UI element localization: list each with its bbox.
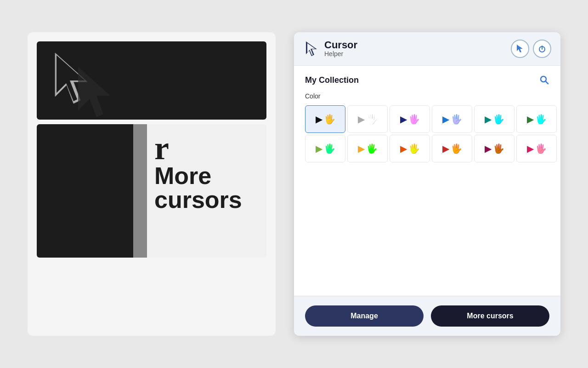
section-header: My Collection — [305, 75, 549, 85]
cursor-cell-crimson[interactable]: ▶ 🖐 — [474, 135, 514, 162]
cursor-mode-icon — [515, 44, 525, 53]
white-bottom-area: r More cursors — [147, 124, 266, 258]
hand-teal: 🖐 — [493, 115, 504, 124]
arrow-navy: ▶ — [400, 115, 407, 124]
power-icon — [537, 44, 547, 53]
arrow-pink: ▶ — [527, 144, 534, 153]
left-preview-panel: r More cursors — [28, 32, 276, 336]
more-cursors-button[interactable]: More cursors — [431, 305, 549, 327]
arrow-teal: ▶ — [485, 115, 492, 124]
preview-cursor-text: More cursors — [154, 164, 259, 212]
logo-text: Cursor Helper — [324, 40, 357, 58]
cursor-cell-blue[interactable]: ▶ 🖐 — [432, 105, 472, 133]
cursor-preview-dark-top — [37, 41, 266, 120]
cursor-cell-green[interactable]: ▶ 🖐 — [516, 105, 557, 133]
cursor-cell-pink[interactable]: ▶ 🖐 — [516, 135, 557, 162]
cursor-pair-navy: ▶ 🖐 — [400, 115, 420, 124]
color-label: Color — [305, 92, 549, 100]
cursor-pair-red: ▶ 🖐 — [442, 144, 462, 153]
hand-pink: 🖐 — [535, 144, 547, 153]
hand-blue: 🖐 — [451, 115, 462, 124]
preview-letter-r: r — [154, 132, 259, 165]
footer: Manage More cursors — [294, 296, 560, 336]
arrow-blue: ▶ — [442, 115, 449, 124]
cursor-cell-teal[interactable]: ▶ 🖐 — [474, 105, 514, 133]
hand-crimson: 🖐 — [493, 144, 504, 153]
cursor-cell-orange[interactable]: ▶ 🖐 — [390, 135, 430, 162]
main-content: My Collection Color ▶ 🖐 — [294, 66, 560, 296]
cursor-pair-orange: ▶ 🖐 — [400, 144, 420, 153]
arrow-orange: ▶ — [400, 144, 407, 153]
hand-navy: 🖐 — [408, 115, 420, 124]
cursor-pair-lime: ▶ 🖐 — [316, 144, 335, 153]
gray-strip — [133, 124, 147, 258]
app-title-helper: Helper — [324, 51, 357, 58]
hand-yellow: 🖐 — [366, 144, 378, 153]
cursor-pair-blue: ▶ 🖐 — [442, 115, 462, 124]
cursor-pair-teal: ▶ 🖐 — [485, 115, 504, 124]
hand-orange: 🖐 — [408, 144, 420, 153]
collection-title: My Collection — [305, 75, 359, 85]
svg-line-11 — [546, 81, 548, 84]
cursor-pair-crimson: ▶ 🖐 — [485, 144, 504, 153]
cursor-cell-black[interactable]: ▶ 🖐 — [305, 105, 345, 133]
cursor-cell-gray[interactable]: ▶ 🖐 — [347, 105, 388, 133]
hand-gray: 🖐 — [366, 115, 378, 124]
arrow-green: ▶ — [527, 115, 534, 124]
hand-green: 🖐 — [535, 115, 547, 124]
cursor-pair-gray: ▶ 🖐 — [358, 115, 378, 124]
app-title-cursor: Cursor — [324, 40, 357, 51]
arrow-gray: ▶ — [358, 115, 365, 124]
cursor-pair-black: ▶ 🖐 — [316, 115, 335, 124]
power-button[interactable] — [533, 40, 551, 58]
logo-area: Cursor Helper — [303, 40, 357, 58]
logo-icon — [303, 40, 320, 57]
arrow-crimson: ▶ — [485, 144, 492, 153]
cursor-pair-green: ▶ 🖐 — [527, 115, 547, 124]
cursor-pair-pink: ▶ 🖐 — [527, 144, 547, 153]
hand-black: 🖐 — [324, 115, 335, 124]
dark-block-bottom — [37, 124, 133, 258]
arrow-yellow: ▶ — [358, 144, 365, 153]
arrow-red: ▶ — [442, 144, 449, 153]
hand-lime: 🖐 — [324, 144, 335, 153]
search-icon — [539, 75, 549, 85]
cursor-grid-row1: ▶ 🖐 ▶ 🖐 ▶ 🖐 — [305, 105, 549, 133]
arrow-black: ▶ — [316, 115, 322, 124]
hand-red: 🖐 — [451, 144, 462, 153]
svg-marker-7 — [517, 45, 523, 52]
arrow-lime: ▶ — [316, 144, 322, 153]
header-buttons — [511, 40, 551, 58]
cursor-mode-button[interactable] — [511, 40, 529, 58]
large-cursor-preview — [51, 51, 142, 120]
search-button[interactable] — [539, 75, 549, 85]
app-panel: Cursor Helper — [294, 32, 560, 336]
cursor-cell-red[interactable]: ▶ 🖐 — [432, 135, 472, 162]
cursor-cell-navy[interactable]: ▶ 🖐 — [390, 105, 430, 133]
cursor-pair-yellow: ▶ 🖐 — [358, 144, 378, 153]
app-header: Cursor Helper — [294, 32, 560, 66]
cursor-cell-lime[interactable]: ▶ 🖐 — [305, 135, 345, 162]
logo-cursor-svg — [304, 40, 319, 57]
cursor-grid-row2: ▶ 🖐 ▶ 🖐 ▶ 🖐 — [305, 135, 549, 162]
bottom-preview-section: r More cursors — [37, 124, 266, 258]
cursor-cell-yellow[interactable]: ▶ 🖐 — [347, 135, 388, 162]
manage-button[interactable]: Manage — [305, 305, 424, 327]
